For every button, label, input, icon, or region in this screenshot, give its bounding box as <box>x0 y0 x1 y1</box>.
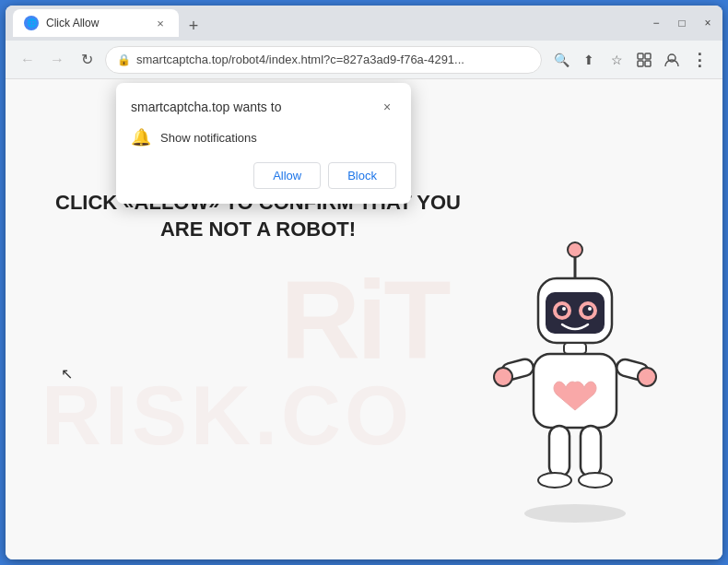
toolbar-icons: 🔍 ⬆ ☆ ⋮ <box>549 48 711 72</box>
popup-buttons: Allow Block <box>131 162 396 189</box>
watermark-bottom: RISK.CO <box>41 369 413 464</box>
lock-icon: 🔒 <box>117 53 131 66</box>
popup-title: smartcaptcha.top wants to <box>131 100 281 114</box>
svg-point-20 <box>638 368 656 386</box>
svg-point-25 <box>524 504 626 523</box>
svg-rect-1 <box>645 53 651 59</box>
block-button[interactable]: Block <box>328 162 396 189</box>
search-icon[interactable]: 🔍 <box>549 48 573 72</box>
svg-point-22 <box>538 473 571 488</box>
close-button[interactable]: × <box>700 18 715 29</box>
page-content: RiT RISK.CO smartcaptcha.top wants to × … <box>6 79 722 559</box>
popup-notification-row: 🔔 Show notifications <box>131 127 396 147</box>
maximize-button[interactable]: □ <box>675 18 689 29</box>
popup-header: smartcaptcha.top wants to × <box>131 98 396 116</box>
forward-button[interactable]: → <box>46 49 68 71</box>
svg-point-12 <box>582 305 593 316</box>
tab-favicon: 🌐 <box>24 16 39 30</box>
browser-window: 🌐 Click Allow × + − □ × ← → ↻ 🔒 smartcap… <box>6 6 722 559</box>
svg-point-11 <box>557 305 568 316</box>
window-controls: − □ × <box>649 18 715 29</box>
address-bar: ← → ↻ 🔒 smartcaptcha.top/robot4/index.ht… <box>6 41 722 79</box>
popup-notification-text: Show notifications <box>160 131 257 145</box>
notification-popup: smartcaptcha.top wants to × 🔔 Show notif… <box>116 83 411 204</box>
back-button[interactable]: ← <box>17 49 39 71</box>
url-text: smartcaptcha.top/robot4/index.html?c=827… <box>136 53 464 66</box>
menu-button[interactable]: ⋮ <box>687 48 711 72</box>
svg-point-18 <box>494 368 512 386</box>
svg-point-14 <box>588 307 592 311</box>
tab-title: Click Allow <box>46 17 146 29</box>
svg-point-13 <box>562 307 566 311</box>
svg-rect-0 <box>638 53 643 59</box>
watermark: RiT <box>280 256 447 383</box>
refresh-button[interactable]: ↻ <box>76 49 98 71</box>
extensions-icon[interactable] <box>632 48 656 72</box>
share-icon[interactable]: ⬆ <box>577 48 601 72</box>
svg-point-24 <box>579 473 612 488</box>
address-bar-input[interactable]: 🔒 smartcaptcha.top/robot4/index.html?c=8… <box>105 46 542 74</box>
robot-illustration <box>483 228 667 541</box>
svg-rect-3 <box>645 61 651 66</box>
tab-close-button[interactable]: × <box>153 16 168 30</box>
tab-bar: 🌐 Click Allow × + <box>13 9 641 37</box>
bell-icon: 🔔 <box>131 127 151 147</box>
title-bar: 🌐 Click Allow × + − □ × <box>6 6 722 41</box>
popup-close-button[interactable]: × <box>378 98 396 116</box>
svg-rect-23 <box>581 426 601 477</box>
profile-icon[interactable] <box>660 48 684 72</box>
new-tab-button[interactable]: + <box>182 15 205 37</box>
bookmark-icon[interactable]: ☆ <box>605 48 628 72</box>
svg-rect-15 <box>564 343 586 354</box>
svg-rect-2 <box>638 61 643 66</box>
svg-rect-21 <box>549 426 569 477</box>
mouse-cursor: ↖ <box>61 365 73 383</box>
active-tab[interactable]: 🌐 Click Allow × <box>13 9 179 37</box>
minimize-button[interactable]: − <box>649 18 663 29</box>
svg-point-6 <box>568 242 582 257</box>
allow-button[interactable]: Allow <box>253 162 321 189</box>
